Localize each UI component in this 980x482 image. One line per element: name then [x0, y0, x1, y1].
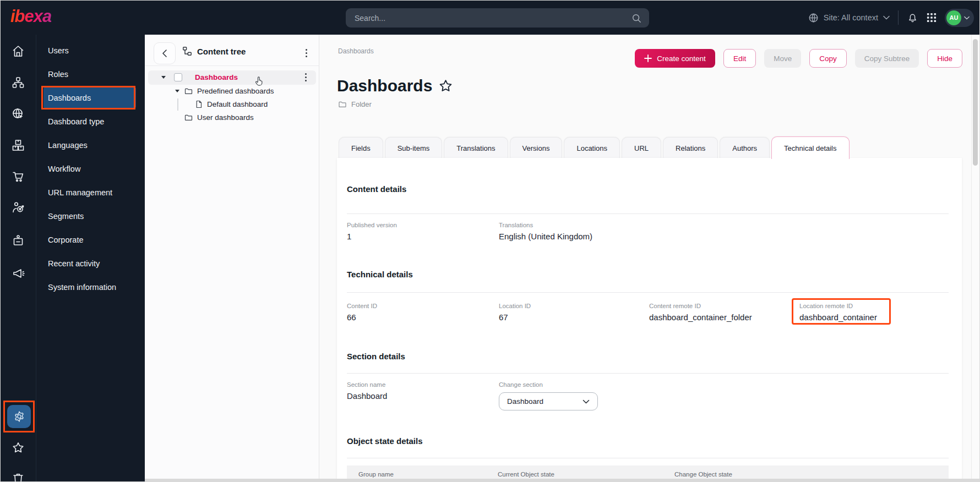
- caret-down-icon[interactable]: [161, 76, 166, 79]
- sidebar-item-dashboard-type[interactable]: Dashboard type: [36, 109, 145, 133]
- sidebar-item-roles[interactable]: Roles: [36, 62, 145, 86]
- vertical-scrollbar-thumb[interactable]: [973, 39, 978, 166]
- field-label: Content ID: [347, 303, 377, 309]
- user-menu[interactable]: AU: [945, 9, 974, 27]
- tree-node-label: Default dashboard: [207, 100, 268, 108]
- field-value: 1: [347, 232, 397, 241]
- field-label: Translations: [499, 222, 592, 228]
- notifications-bell-icon[interactable]: [907, 12, 918, 24]
- tab-sub-items[interactable]: Sub-items: [385, 137, 443, 159]
- horizontal-scrollbar[interactable]: [145, 479, 980, 482]
- collapse-tree-button[interactable]: [154, 42, 176, 64]
- settings-gear-icon[interactable]: [7, 405, 31, 428]
- bookmarks-star-icon[interactable]: [12, 441, 25, 454]
- sidebar-item-url-management[interactable]: URL management: [36, 180, 145, 204]
- copy-button[interactable]: Copy: [809, 49, 847, 68]
- home-icon[interactable]: [12, 45, 25, 58]
- button-label: Move: [774, 54, 792, 63]
- caret-down-icon[interactable]: [175, 90, 179, 92]
- tab-versions[interactable]: Versions: [510, 137, 563, 159]
- field-published-version: Published version 1: [347, 222, 397, 241]
- select-value: Dashboard: [507, 397, 543, 406]
- ibexa-admin-page: ibexa Site: All context: [0, 0, 980, 482]
- sidebar-item-dashboards[interactable]: Dashboards: [43, 87, 136, 108]
- technical-details-card: Content details Published version 1 Tran…: [337, 158, 962, 482]
- sidebar-item-label: Languages: [48, 141, 88, 150]
- create-content-button[interactable]: Create content: [635, 49, 715, 68]
- tree-node-dashboards[interactable]: Dashboards: [145, 70, 319, 84]
- breadcrumb[interactable]: Dashboards: [338, 47, 374, 55]
- sidebar-item-recent-activity[interactable]: Recent activity: [36, 251, 145, 275]
- column-header-current-object-state: Current Object state: [498, 471, 554, 478]
- tab-translations[interactable]: Translations: [444, 137, 508, 159]
- button-label: Create content: [657, 54, 706, 63]
- tab-technical-details[interactable]: Technical details: [771, 136, 849, 159]
- edit-button[interactable]: Edit: [723, 49, 756, 68]
- tree-node-predefined-dashboards[interactable]: Predefined dashboards: [145, 84, 319, 98]
- top-bar: ibexa Site: All context: [1, 1, 980, 35]
- field-value: English (United Kingdom): [499, 232, 592, 241]
- main-content: Dashboards Create content Edit Move Copy…: [319, 35, 980, 482]
- search-icon[interactable]: [631, 13, 641, 23]
- sidebar-item-label: Dashboards: [48, 94, 91, 102]
- tree-options-kebab-icon[interactable]: [303, 47, 309, 59]
- section-heading-section-details: Section details: [347, 352, 405, 361]
- app-grid-icon[interactable]: [927, 13, 937, 23]
- tab-authors[interactable]: Authors: [720, 137, 770, 159]
- move-button[interactable]: Move: [764, 49, 801, 68]
- change-section-select[interactable]: Dashboard: [499, 392, 598, 410]
- tree-checkbox[interactable]: [174, 73, 182, 81]
- global-search: [346, 8, 649, 28]
- sidebar-item-languages[interactable]: Languages: [36, 133, 145, 157]
- section-heading-content-details: Content details: [347, 184, 406, 194]
- bookmark-star-icon[interactable]: [438, 79, 453, 94]
- page-title: Dashboards: [337, 76, 453, 95]
- content-tree-title: Content tree: [182, 46, 246, 56]
- content-type-label: Folder: [351, 100, 372, 108]
- site-globe-icon[interactable]: [12, 107, 25, 121]
- button-label: Copy: [819, 54, 837, 63]
- tab-relations[interactable]: Relations: [663, 137, 718, 159]
- chevron-down-icon: [582, 399, 590, 404]
- personalization-target-icon[interactable]: [12, 201, 25, 214]
- tree-header-divider: [145, 65, 319, 66]
- section-heading-technical-details: Technical details: [347, 270, 413, 279]
- settings-sidebar: Users Roles Dashboards Dashboard type La…: [36, 35, 145, 482]
- marketing-megaphone-icon[interactable]: [12, 267, 25, 280]
- ibexa-logo[interactable]: ibexa: [10, 7, 51, 26]
- button-label: Copy Subtree: [864, 54, 910, 63]
- sidebar-item-corporate[interactable]: Corporate: [36, 228, 145, 251]
- tree-node-label: Dashboards: [195, 73, 238, 81]
- commerce-cart-icon[interactable]: [12, 170, 25, 183]
- search-input[interactable]: [346, 14, 631, 23]
- tree-node-user-dashboards[interactable]: User dashboards: [145, 111, 319, 124]
- sidebar-item-segments[interactable]: Segments: [36, 204, 145, 228]
- site-context-dropdown[interactable]: Site: All context: [808, 13, 890, 23]
- tab-fields[interactable]: Fields: [339, 137, 383, 159]
- tab-url[interactable]: URL: [622, 137, 661, 159]
- field-value: dashboard_container_folder: [649, 313, 752, 322]
- node-options-kebab-icon[interactable]: [303, 71, 309, 84]
- avatar: AU: [946, 10, 961, 25]
- tree-icon: [182, 46, 192, 56]
- tab-locations[interactable]: Locations: [564, 137, 620, 159]
- packages-icon[interactable]: [12, 139, 25, 152]
- sidebar-item-system-information[interactable]: System information: [36, 275, 145, 299]
- trash-icon[interactable]: [12, 472, 25, 482]
- content-structure-icon[interactable]: [12, 76, 25, 89]
- field-translations: Translations English (United Kingdom): [499, 222, 592, 241]
- chevron-down-icon: [964, 16, 970, 20]
- field-label: Content remote ID: [649, 303, 752, 309]
- tree-node-default-dashboard[interactable]: Default dashboard: [145, 97, 319, 111]
- column-header-group-name: Group name: [358, 471, 394, 478]
- field-value: Dashboard: [347, 391, 387, 401]
- sidebar-item-label: Corporate: [48, 235, 83, 244]
- section-divider: [347, 292, 949, 293]
- folder-icon: [184, 113, 193, 122]
- sidebar-item-users[interactable]: Users: [36, 39, 145, 62]
- corporate-badge-icon[interactable]: [12, 234, 25, 247]
- copy-subtree-button[interactable]: Copy Subtree: [855, 49, 919, 68]
- hide-button[interactable]: Hide: [927, 49, 962, 68]
- tree-node-label: User dashboards: [197, 113, 254, 122]
- sidebar-item-workflow[interactable]: Workflow: [36, 157, 145, 180]
